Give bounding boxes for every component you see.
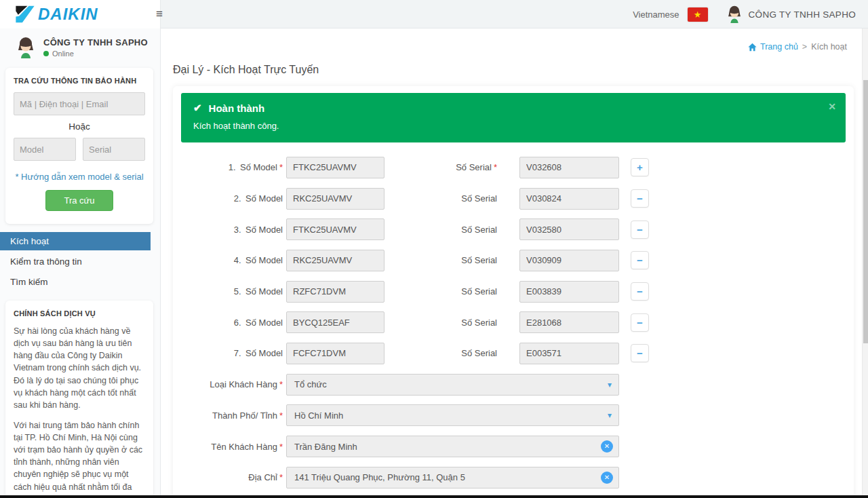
remove-row-button-2[interactable]: −	[631, 189, 649, 208]
sidebar-nav-item-1[interactable]: Kích hoạt	[0, 232, 151, 250]
model-label-row-1: 1. Số Model*	[229, 162, 286, 172]
online-status-label: Online	[52, 50, 74, 58]
serial-input-row-1[interactable]	[519, 157, 619, 178]
sidebar-avatar-icon	[15, 37, 37, 58]
field-control-4: 141 Triệu Quang Phục, Phường 11, Quận 5✕	[286, 467, 619, 489]
top-header: DAIKIN ≡ Vietnamese ★ CÔNG TY TNHH SAPHO	[0, 0, 868, 28]
model-input-row-6[interactable]	[286, 311, 384, 333]
field-control-3: Trần Đăng Minh✕	[286, 436, 619, 457]
model-label-row-3: 3. Số Model	[234, 225, 286, 235]
serial-label-row-7: Số Serial	[461, 348, 519, 358]
sidebar-toggle-button[interactable]: ≡	[148, 0, 171, 28]
online-dot-icon	[43, 51, 49, 56]
serial-input-row-7[interactable]	[519, 343, 619, 364]
clear-field-icon[interactable]: ✕	[601, 440, 613, 453]
screen-bottom-edge	[0, 495, 868, 498]
remove-row-button-6[interactable]: −	[631, 313, 649, 332]
required-asterisk: *	[279, 442, 283, 452]
policy-paragraph-1: Sự hài lòng của khách hàng về dịch vụ sa…	[14, 325, 145, 411]
sidebar: CÔNG TY TNHH SAPHO Online TRA CỨU THÔNG …	[0, 28, 161, 498]
service-policy-card: CHÍNH SÁCH DỊCH VỤ Sự hài lòng của khách…	[5, 301, 153, 498]
field-label-3: Tên Khách Hàng*	[211, 442, 286, 452]
model-input-row-5[interactable]	[286, 281, 384, 303]
sidebar-user-panel: CÔNG TY TNHH SAPHO Online	[0, 28, 160, 65]
sidebar-nav-item-3[interactable]: Tìm kiếm	[0, 273, 151, 291]
remove-row-button-4[interactable]: −	[631, 251, 649, 269]
brand-logo[interactable]: DAIKIN	[0, 0, 161, 28]
serial-label-row-4: Số Serial	[461, 255, 519, 265]
page-title: Đại Lý - Kích Hoạt Trực Tuyến	[173, 64, 862, 76]
vietnam-flag-icon[interactable]: ★	[688, 7, 708, 22]
activation-form: 1. Số Model*Số Serial*+2. Số ModelSố Ser…	[181, 152, 846, 498]
model-label-row-6: 6. Số Model	[234, 318, 286, 328]
serial-input-row-5[interactable]	[519, 281, 619, 303]
success-alert: ✔ Hoàn thành Kích hoạt thành công. ✕	[181, 93, 846, 142]
serial-input-row-2[interactable]	[519, 188, 619, 210]
sidebar-nav-item-2[interactable]: Kiểm tra thông tin	[0, 252, 151, 271]
lookup-code-input[interactable]	[14, 92, 145, 115]
field-label-2: Thành Phố/ Tỉnh*	[212, 410, 286, 421]
brand-name: DAIKIN	[38, 5, 98, 24]
breadcrumb-separator: >	[802, 42, 807, 52]
text-input-3[interactable]: Trần Đăng Minh	[286, 436, 619, 457]
user-avatar-icon	[726, 5, 743, 23]
serial-input-row-3[interactable]	[519, 218, 619, 240]
model-input-row-1[interactable]	[286, 157, 384, 178]
header-user-name: CÔNG TY TNHH SAPHO	[749, 9, 856, 20]
remove-row-button-7[interactable]: −	[631, 344, 649, 362]
breadcrumb-current: Kích hoạt	[811, 42, 847, 52]
check-icon: ✔	[193, 102, 202, 114]
text-input-4[interactable]: 141 Triệu Quang Phục, Phường 11, Quận 5	[286, 467, 619, 489]
serial-lookup-input[interactable]	[83, 138, 145, 161]
add-row-button[interactable]: +	[631, 158, 649, 176]
model-serial-guide-link[interactable]: * Hướng dẫn xem model & serial	[14, 172, 145, 182]
sidebar-user-name: CÔNG TY TNHH SAPHO	[43, 37, 148, 47]
daikin-logo-icon	[15, 5, 35, 24]
remove-row-button-5[interactable]: −	[631, 282, 649, 301]
application-window: DAIKIN ≡ Vietnamese ★ CÔNG TY TNHH SAPHO	[0, 0, 868, 498]
main-content: Trang chủ > Kích hoạt Đại Lý - Kích Hoạt…	[161, 28, 862, 498]
user-menu[interactable]: CÔNG TY TNHH SAPHO	[726, 5, 856, 23]
sidebar-nav: Kích hoạtKiểm tra thông tinTìm kiếm	[0, 232, 151, 291]
select-2[interactable]: Hồ Chí Minh	[286, 404, 619, 426]
field-control-1: Tổ chức▾	[286, 374, 619, 396]
serial-label-row-5: Số Serial	[461, 286, 519, 296]
model-input-row-4[interactable]	[286, 250, 384, 271]
serial-input-row-4[interactable]	[519, 250, 619, 271]
activation-panel: ✔ Hoàn thành Kích hoạt thành công. ✕ 1. …	[173, 86, 854, 498]
model-label-row-7: 7. Số Model	[234, 348, 286, 358]
required-asterisk: *	[279, 162, 283, 172]
scrollbar-thumb[interactable]	[863, 80, 868, 343]
breadcrumb-home-link[interactable]: Trang chủ	[748, 42, 798, 52]
clear-field-icon[interactable]: ✕	[601, 472, 613, 484]
alert-close-icon[interactable]: ✕	[828, 101, 836, 112]
model-input-row-7[interactable]	[286, 343, 384, 364]
user-status: Online	[43, 50, 148, 58]
alert-title-row: ✔ Hoàn thành	[193, 102, 833, 114]
select-1[interactable]: Tổ chức	[286, 374, 619, 396]
breadcrumb: Trang chủ > Kích hoạt	[748, 42, 847, 52]
field-control-2: Hồ Chí Minh▾	[286, 404, 619, 426]
serial-input-row-6[interactable]	[519, 311, 619, 333]
header-right: Vietnamese ★ CÔNG TY TNHH SAPHO	[633, 0, 856, 28]
lookup-search-button[interactable]: Tra cứu	[45, 190, 113, 211]
serial-label-row-3: Số Serial	[461, 225, 519, 235]
or-label: Hoặc	[14, 121, 145, 132]
model-label-row-4: 4. Số Model	[234, 255, 286, 265]
policy-paragraph-2: Với hai trung tâm bảo hành chính tại TP.…	[14, 419, 145, 498]
lookup-card-title: TRA CỨU THÔNG TIN BẢO HÀNH	[14, 77, 145, 85]
vertical-scrollbar[interactable]	[862, 28, 868, 495]
serial-label-row-6: Số Serial	[461, 318, 519, 328]
required-asterisk: *	[279, 472, 283, 482]
model-lookup-input[interactable]	[14, 138, 76, 161]
language-label[interactable]: Vietnamese	[633, 9, 679, 20]
warranty-lookup-card: TRA CỨU THÔNG TIN BẢO HÀNH Hoặc * Hướng …	[5, 68, 153, 224]
remove-row-button-3[interactable]: −	[631, 221, 649, 239]
required-asterisk: *	[279, 410, 283, 421]
model-input-row-2[interactable]	[286, 188, 384, 210]
field-label-4: Địa Chỉ*	[248, 472, 286, 482]
home-icon	[748, 43, 757, 52]
policy-card-title: CHÍNH SÁCH DỊCH VỤ	[14, 309, 145, 318]
alert-title: Hoàn thành	[209, 102, 265, 114]
model-input-row-3[interactable]	[286, 218, 384, 240]
